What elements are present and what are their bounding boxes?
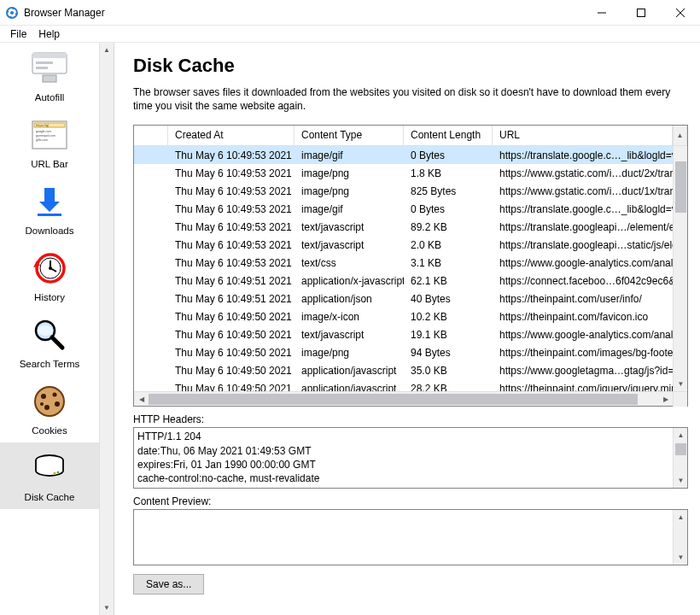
table-row[interactable]: Thu May 6 10:49:51 2021application/json4… xyxy=(134,290,673,308)
headers-scrollbar[interactable]: ▲ ▼ xyxy=(673,428,687,488)
column-header-url[interactable]: URL xyxy=(493,126,673,145)
save-as-button[interactable]: Save as... xyxy=(133,574,204,594)
cell-length: 0 Bytes xyxy=(404,203,493,215)
minimize-button[interactable] xyxy=(582,0,621,26)
cell-length: 3.1 KB xyxy=(404,257,493,269)
svg-rect-19 xyxy=(38,214,61,216)
cell-length: 35.0 KB xyxy=(404,365,493,377)
scroll-down-icon[interactable]: ▼ xyxy=(674,473,688,488)
cache-table: Created At Content Type Content Length U… xyxy=(133,125,688,407)
scroll-up-icon[interactable]: ▲ xyxy=(674,428,688,442)
table-row[interactable]: Thu May 6 10:49:53 2021image/png1.8 KBht… xyxy=(134,164,673,182)
diskcache-icon xyxy=(29,448,70,489)
urlbar-icon: https://g| google.com gamespot.com gifts… xyxy=(29,114,70,155)
close-button[interactable] xyxy=(661,0,700,26)
scroll-left-icon[interactable]: ◀ xyxy=(134,392,149,407)
sidebar-item-diskcache[interactable]: Disk Cache xyxy=(0,442,99,509)
column-header-length[interactable]: Content Length xyxy=(404,126,493,145)
column-header-type[interactable]: Content Type xyxy=(295,126,404,145)
cell-type: image/x-icon xyxy=(295,311,404,323)
cell-url: https://www.googletagma…gtag/js?id=UA xyxy=(493,365,673,377)
app-icon xyxy=(5,6,19,20)
table-vertical-scrollbar[interactable]: ▼ xyxy=(673,146,687,391)
sidebar: Autofill https://g| google.com gamespot.… xyxy=(0,43,99,615)
http-headers-box[interactable]: HTTP/1.1 204 date:Thu, 06 May 2021 01:49… xyxy=(133,427,688,489)
svg-point-1 xyxy=(10,11,14,15)
menu-file[interactable]: File xyxy=(5,26,32,42)
svg-point-25 xyxy=(49,266,52,270)
table-row[interactable]: Thu May 6 10:49:53 2021image/png825 Byte… xyxy=(134,182,673,200)
sidebar-item-downloads[interactable]: Downloads xyxy=(0,176,99,243)
cookies-icon xyxy=(29,381,70,422)
page-title: Disk Cache xyxy=(133,55,688,77)
sidebar-item-autofill[interactable]: Autofill xyxy=(0,43,99,109)
sidebar-scrollbar[interactable]: ▲ ▼ xyxy=(99,43,114,615)
scroll-up-icon[interactable]: ▲ xyxy=(100,43,114,57)
svg-point-30 xyxy=(41,394,46,399)
table-header: Created At Content Type Content Length U… xyxy=(134,126,687,146)
table-row[interactable]: Thu May 6 10:49:53 2021text/css3.1 KBhtt… xyxy=(134,254,673,272)
cell-length: 10.2 KB xyxy=(404,311,493,323)
cell-created: Thu May 6 10:49:53 2021 xyxy=(168,167,295,179)
cell-type: application/javascript xyxy=(295,365,404,377)
history-icon xyxy=(29,248,70,289)
scrollbar-thumb[interactable] xyxy=(675,443,686,455)
menu-help[interactable]: Help xyxy=(33,26,65,42)
scroll-up-icon[interactable]: ▲ xyxy=(673,126,687,145)
cell-url: https://theinpaint.com/jquery/jquery.min xyxy=(493,383,673,392)
table-row[interactable]: Thu May 6 10:49:53 2021text/javascript2.… xyxy=(134,236,673,254)
cell-type: text/javascript xyxy=(295,239,404,251)
scroll-down-icon[interactable]: ▼ xyxy=(100,600,114,615)
scrollbar-thumb[interactable] xyxy=(149,394,638,405)
sidebar-item-cookies[interactable]: Cookies xyxy=(0,376,99,442)
cell-length: 62.1 KB xyxy=(404,275,493,287)
scroll-right-icon[interactable]: ▶ xyxy=(658,392,673,407)
preview-scrollbar[interactable]: ▲ ▼ xyxy=(673,510,687,565)
svg-rect-17 xyxy=(44,188,55,202)
sidebar-item-urlbar[interactable]: https://g| google.com gamespot.com gifts… xyxy=(0,109,99,176)
window-title: Browser Manager xyxy=(24,7,105,19)
http-headers-label: HTTP Headers: xyxy=(133,413,688,425)
table-horizontal-scrollbar[interactable]: ◀ ▶ xyxy=(134,391,687,406)
svg-rect-7 xyxy=(32,53,67,58)
table-row[interactable]: Thu May 6 10:49:50 2021image/x-icon10.2 … xyxy=(134,308,673,325)
titlebar: Browser Manager xyxy=(0,0,700,26)
sidebar-item-label: Cookies xyxy=(0,425,99,436)
table-row[interactable]: Thu May 6 10:49:50 2021image/png94 Bytes… xyxy=(134,343,673,361)
cell-url: https://www.google-analytics.com/analyt xyxy=(493,329,673,341)
scroll-down-icon[interactable]: ▼ xyxy=(674,377,687,391)
sidebar-item-searchterms[interactable]: Search Terms xyxy=(0,309,99,376)
svg-text:gamespot.com: gamespot.com xyxy=(36,134,55,138)
sidebar-item-label: History xyxy=(0,292,99,302)
content-preview-text xyxy=(134,510,673,565)
scroll-down-icon[interactable]: ▼ xyxy=(674,550,688,565)
cell-length: 0 Bytes xyxy=(404,149,493,161)
table-row[interactable]: Thu May 6 10:49:53 2021text/javascript89… xyxy=(134,218,673,236)
cell-length: 19.1 KB xyxy=(404,329,493,341)
table-row[interactable]: Thu May 6 10:49:50 2021text/javascript19… xyxy=(134,325,673,343)
column-header-icon[interactable] xyxy=(134,126,168,145)
column-header-created[interactable]: Created At xyxy=(168,126,295,145)
table-row[interactable]: Thu May 6 10:49:53 2021image/gif0 Bytesh… xyxy=(134,200,673,218)
svg-rect-9 xyxy=(36,67,48,69)
table-row[interactable]: Thu May 6 10:49:50 2021application/javas… xyxy=(134,379,673,391)
cell-url: https://translate.googleapi…/element/el xyxy=(493,221,673,233)
cell-type: application/x-javascript xyxy=(295,275,404,287)
svg-point-27 xyxy=(38,325,53,336)
cell-type: text/javascript xyxy=(295,329,404,341)
scroll-up-icon[interactable]: ▲ xyxy=(674,510,688,524)
maximize-button[interactable] xyxy=(621,0,661,26)
svg-point-34 xyxy=(40,402,44,406)
table-row[interactable]: Thu May 6 10:49:51 2021application/x-jav… xyxy=(134,272,673,290)
cell-length: 825 Bytes xyxy=(404,185,493,197)
table-row[interactable]: Thu May 6 10:49:50 2021application/javas… xyxy=(134,361,673,379)
svg-marker-18 xyxy=(39,202,60,212)
content-preview-label: Content Preview: xyxy=(133,495,688,507)
main-content: Disk Cache The browser saves files it do… xyxy=(114,43,700,615)
table-row[interactable]: Thu May 6 10:49:53 2021image/gif0 Bytesh… xyxy=(134,146,673,164)
sidebar-item-history[interactable]: History xyxy=(0,243,99,309)
scrollbar-thumb[interactable] xyxy=(675,161,686,213)
cell-url: https://translate.google.c…_lib&logld=vT… xyxy=(493,203,673,215)
content-preview-box[interactable]: ▲ ▼ xyxy=(133,509,688,565)
cell-created: Thu May 6 10:49:51 2021 xyxy=(168,293,295,305)
